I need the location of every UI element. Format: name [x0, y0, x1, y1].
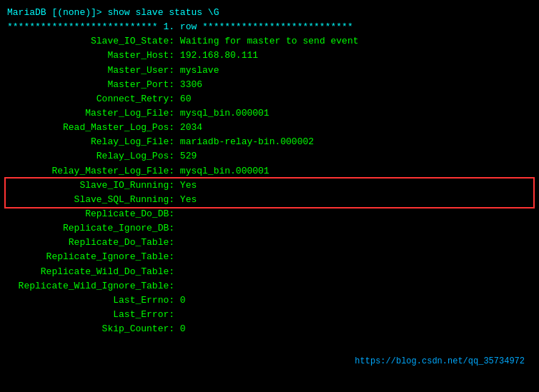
row-value: mysql_bin.000001 — [174, 106, 270, 121]
row-value: Yes — [174, 179, 197, 193]
row-label: Replicate_Ignore_DB: — [7, 221, 174, 236]
row-value: mysql_bin.000001 — [174, 164, 270, 179]
row-label: Last_Error: — [7, 308, 174, 322]
table-row: Relay_Master_Log_File: mysql_bin.000001 — [7, 164, 532, 179]
row-label: Master_Port: — [7, 78, 174, 92]
prompt-text: MariaDB [(none)]> show slave status \G — [7, 6, 219, 20]
row-label: Master_Host: — [7, 49, 174, 63]
row-value: 0 — [174, 293, 186, 308]
row-value: 529 — [174, 149, 197, 164]
rows-container: Slave_IO_State: Waiting for master to se… — [7, 34, 532, 336]
row-label: Master_User: — [7, 64, 174, 78]
row-label: Read_Master_Log_Pos: — [7, 121, 174, 135]
row-label: Replicate_Do_Table: — [7, 236, 174, 250]
table-row: Master_User: myslave — [7, 64, 532, 78]
row-value: 2034 — [174, 121, 202, 135]
row-value: Yes — [174, 193, 197, 207]
table-row: Slave_IO_Running: Yes — [7, 179, 532, 193]
table-row: Replicate_Wild_Do_Table: — [7, 265, 532, 279]
table-row: Replicate_Do_DB: — [7, 207, 532, 221]
table-row: Replicate_Do_Table: — [7, 236, 532, 250]
table-row: Last_Errno: 0 — [7, 293, 532, 308]
terminal: MariaDB [(none)]> show slave status \G *… — [7, 6, 532, 386]
table-row: Slave_SQL_Running: Yes — [7, 193, 532, 207]
row-label: Slave_IO_Running: — [7, 179, 174, 193]
table-row: Relay_Log_File: mariadb-relay-bin.000002 — [7, 135, 532, 149]
row-value: 3306 — [174, 78, 202, 92]
row-value: mariadb-relay-bin.000002 — [174, 135, 314, 149]
row-value: 192.168.80.111 — [174, 49, 258, 63]
row-label: Relay_Log_Pos: — [7, 149, 174, 164]
row-label: Replicate_Ignore_Table: — [7, 250, 174, 264]
prompt-line: MariaDB [(none)]> show slave status \G — [7, 6, 532, 20]
row-label: Relay_Master_Log_File: — [7, 164, 174, 179]
row-label: Connect_Retry: — [7, 92, 174, 106]
table-row: Connect_Retry: 60 — [7, 92, 532, 106]
row-value: 60 — [174, 92, 191, 106]
table-row: Replicate_Ignore_DB: — [7, 221, 532, 236]
table-row: Slave_IO_State: Waiting for master to se… — [7, 34, 532, 49]
row-value: myslave — [174, 64, 219, 78]
table-row: Replicate_Ignore_Table: — [7, 250, 532, 264]
table-row: Master_Host: 192.168.80.111 — [7, 49, 532, 63]
row-label: Slave_SQL_Running: — [7, 193, 174, 207]
row-label: Replicate_Do_DB: — [7, 207, 174, 221]
row-value: Waiting for master to send event — [174, 34, 358, 49]
watermark: https://blog.csdn.net/qq_35734972 — [355, 356, 525, 366]
row-label: Master_Log_File: — [7, 106, 174, 121]
table-row: Read_Master_Log_Pos: 2034 — [7, 121, 532, 135]
row-label: Replicate_Wild_Do_Table: — [7, 265, 174, 279]
row-label: Last_Errno: — [7, 293, 174, 308]
separator-text: *************************** 1. row *****… — [7, 20, 353, 34]
row-label: Slave_IO_State: — [7, 34, 174, 49]
table-row: Replicate_Wild_Ignore_Table: — [7, 279, 532, 293]
row-value: 0 — [174, 322, 186, 336]
row-label: Relay_Log_File: — [7, 135, 174, 149]
table-row: Master_Log_File: mysql_bin.000001 — [7, 106, 532, 121]
row-label: Replicate_Wild_Ignore_Table: — [7, 279, 174, 293]
row-label: Skip_Counter: — [7, 322, 174, 336]
table-row: Relay_Log_Pos: 529 — [7, 149, 532, 164]
table-row: Skip_Counter: 0 — [7, 322, 532, 336]
table-row: Master_Port: 3306 — [7, 78, 532, 92]
separator-line: *************************** 1. row *****… — [7, 20, 532, 34]
table-row: Last_Error: — [7, 308, 532, 322]
